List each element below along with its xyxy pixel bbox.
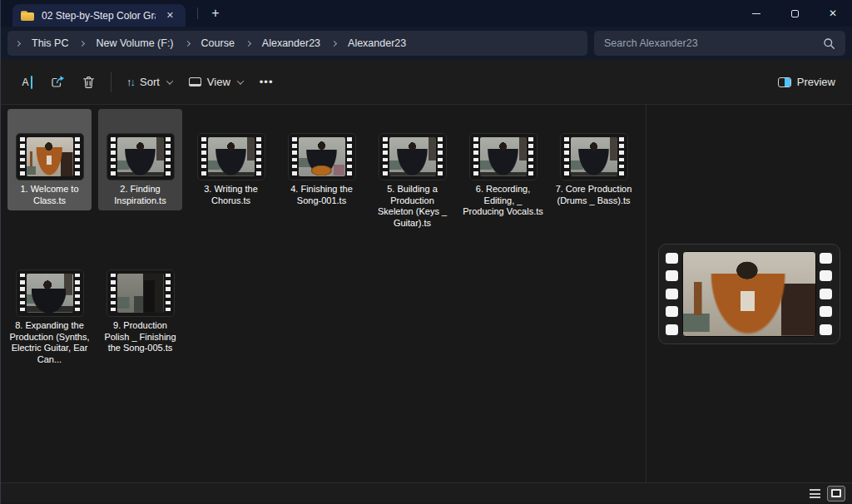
file-item-1[interactable]: 1. Welcome to Class.ts <box>7 109 92 210</box>
video-thumbnail <box>106 269 175 317</box>
sort-button[interactable]: ↑↓ Sort <box>118 67 181 97</box>
breadcrumb-root-chevron-icon[interactable] <box>15 40 21 46</box>
address-row: This PC New Volume (F:) Course Alexander… <box>1 27 852 60</box>
share-button[interactable] <box>42 67 73 97</box>
file-item-7[interactable]: 7. Core Production (Drums _ Bass).ts <box>552 109 636 210</box>
preview-thumbnail <box>658 244 840 344</box>
more-options-button[interactable]: ••• <box>251 67 282 97</box>
filmstrip-sprockets <box>666 250 679 338</box>
video-thumbnail <box>197 133 265 180</box>
file-grid: 1. Welcome to Class.ts 2. Finding Inspir… <box>1 105 646 482</box>
more-icon: ••• <box>260 76 274 88</box>
thumbnails-view-icon <box>831 489 841 497</box>
file-name: 3. Writing the Chorus.ts <box>189 182 273 207</box>
command-toolbar: A ↑↓ Sort View ••• <box>1 60 852 105</box>
minimize-icon <box>752 13 760 14</box>
file-name: 1. Welcome to Class.ts <box>7 182 92 207</box>
search-input[interactable] <box>604 37 816 49</box>
maximize-icon <box>791 10 799 17</box>
large-thumbnails-view-button[interactable] <box>827 486 845 502</box>
search-box[interactable] <box>594 31 845 56</box>
preview-video-frame <box>682 251 816 337</box>
file-name: 5. Building a Production Skeleton (Keys … <box>370 182 454 230</box>
file-name: 7. Core Production (Drums _ Bass).ts <box>552 182 636 207</box>
chevron-down-icon <box>166 77 173 84</box>
filmstrip-sprockets <box>820 250 833 338</box>
explorer-tab[interactable]: 02 Step-by-Step Color Grading ✕ <box>12 4 186 27</box>
chevron-down-icon <box>237 77 244 84</box>
main-content: 1. Welcome to Class.ts 2. Finding Inspir… <box>1 105 852 482</box>
delete-icon <box>82 75 96 90</box>
chevron-right-icon[interactable] <box>245 40 251 46</box>
chevron-right-icon[interactable] <box>79 40 85 46</box>
close-button[interactable]: ✕ <box>814 0 852 27</box>
breadcrumb-new-volume[interactable]: New Volume (F:) <box>89 34 180 52</box>
file-item-2[interactable]: 2. Finding Inspiration.ts <box>98 109 182 210</box>
rename-icon: A <box>17 76 33 89</box>
file-name: 8. Expanding the Production (Synths, Ele… <box>7 319 92 366</box>
file-item-9[interactable]: 9. Production Polish _ Finishing the Son… <box>98 245 182 358</box>
sort-label: Sort <box>140 76 160 88</box>
view-button[interactable]: View <box>181 67 251 97</box>
file-name: 4. Finishing the Song-001.ts <box>280 182 364 207</box>
preview-label: Preview <box>797 76 835 88</box>
video-thumbnail <box>106 133 175 180</box>
video-thumbnail <box>288 133 356 180</box>
file-item-4[interactable]: 4. Finishing the Song-001.ts <box>280 109 364 210</box>
tab-separator <box>197 7 198 19</box>
video-thumbnail <box>16 269 84 317</box>
details-view-button[interactable] <box>806 487 823 501</box>
file-name: 6. Recording, Editing, _ Producing Vocal… <box>461 182 545 219</box>
preview-pane-icon <box>778 77 791 87</box>
view-label: View <box>207 76 230 88</box>
file-item-5[interactable]: 5. Building a Production Skeleton (Keys … <box>370 109 454 233</box>
video-thumbnail <box>469 133 537 180</box>
file-item-6[interactable]: 6. Recording, Editing, _ Producing Vocal… <box>461 109 545 222</box>
file-item-3[interactable]: 3. Writing the Chorus.ts <box>189 109 273 210</box>
sort-icon: ↑↓ <box>126 76 134 88</box>
video-thumbnail <box>16 133 84 180</box>
folder-icon <box>21 11 34 21</box>
chevron-right-icon[interactable] <box>185 40 191 46</box>
search-icon[interactable] <box>823 37 835 50</box>
video-thumbnail <box>560 133 628 180</box>
title-bar: 02 Step-by-Step Color Grading ✕ + ✕ <box>1 0 852 27</box>
rename-button[interactable]: A <box>9 67 42 97</box>
new-tab-button[interactable]: + <box>206 3 225 23</box>
preview-toggle-button[interactable]: Preview <box>770 67 844 97</box>
tab-close-icon[interactable]: ✕ <box>163 8 177 22</box>
maximize-button[interactable] <box>775 0 814 27</box>
toolbar-divider <box>111 72 111 92</box>
breadcrumb-course[interactable]: Course <box>195 34 241 52</box>
file-row-1: 1. Welcome to Class.ts 2. Finding Inspir… <box>7 109 646 245</box>
file-explorer-window: 02 Step-by-Step Color Grading ✕ + ✕ This… <box>0 0 852 504</box>
minimize-button[interactable] <box>737 0 775 27</box>
delete-button[interactable] <box>73 67 104 97</box>
close-icon: ✕ <box>829 7 837 19</box>
file-item-8[interactable]: 8. Expanding the Production (Synths, Ele… <box>7 245 92 369</box>
share-icon <box>50 75 65 89</box>
window-controls: ✕ <box>737 0 852 27</box>
view-icon <box>189 77 201 86</box>
chevron-right-icon[interactable] <box>331 40 337 46</box>
breadcrumb-this-pc[interactable]: This PC <box>25 34 75 52</box>
file-row-2: 8. Expanding the Production (Synths, Ele… <box>7 245 646 382</box>
address-bar[interactable]: This PC New Volume (F:) Course Alexander… <box>7 31 587 56</box>
tab-title: 02 Step-by-Step Color Grading <box>42 10 156 22</box>
file-name: 9. Production Polish _ Finishing the Son… <box>98 319 182 355</box>
breadcrumb-alexander23-current[interactable]: Alexander23 <box>341 34 413 52</box>
details-view-icon <box>810 489 820 498</box>
breadcrumb-alexander23[interactable]: Alexander23 <box>255 34 327 52</box>
file-name: 2. Finding Inspiration.ts <box>98 182 182 207</box>
status-bar <box>1 482 852 503</box>
video-thumbnail <box>379 133 447 180</box>
preview-pane <box>646 105 852 482</box>
